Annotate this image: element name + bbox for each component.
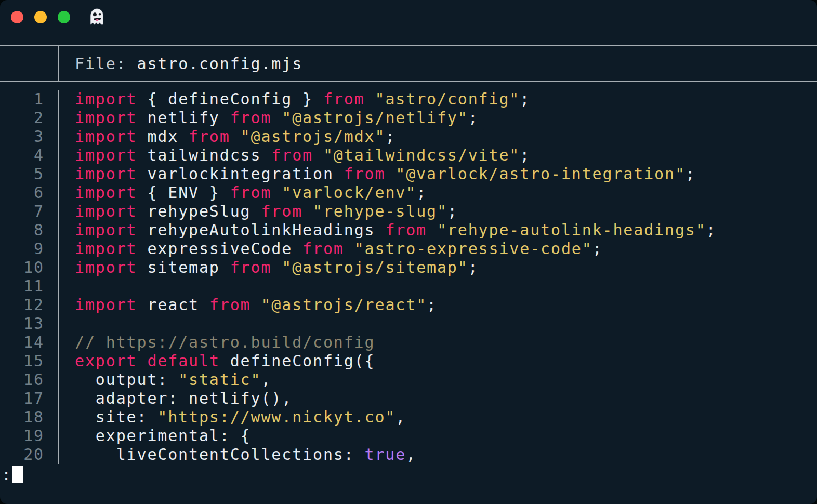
gutter-spacer [0, 46, 59, 81]
code-line-text: export default defineConfig({ [59, 352, 375, 370]
code-line-text: // https://astro.build/config [59, 333, 375, 352]
line-number: 18 [0, 408, 59, 427]
code-line-text: import tailwindcss from "@tailwindcss/vi… [59, 146, 530, 165]
code-line: 12import react from "@astrojs/react"; [0, 296, 817, 314]
code-line-text: output: "static", [59, 370, 271, 389]
code-line-text: import rehypeAutolinkHeadings from "rehy… [59, 221, 717, 240]
code-line-text: experimental: { [59, 427, 251, 445]
code-line-text: site: "https://www.nickyt.co", [59, 408, 406, 427]
code-area: 1import { defineConfig } from "astro/con… [0, 82, 817, 464]
line-number: 7 [0, 202, 59, 221]
line-number: 16 [0, 370, 59, 389]
line-number: 4 [0, 146, 59, 165]
code-line: 9import expressiveCode from "astro-expre… [0, 240, 817, 258]
line-number: 6 [0, 183, 59, 202]
code-line: 11 [0, 277, 817, 296]
line-number: 3 [0, 127, 59, 146]
titlebar [0, 0, 817, 45]
zoom-button[interactable] [58, 11, 70, 23]
code-line-text: import expressiveCode from "astro-expres… [59, 240, 603, 258]
code-line-text [59, 277, 75, 296]
code-line: 15export default defineConfig({ [0, 352, 817, 370]
terminal-window: File: astro.config.mjs 1import { defineC… [0, 0, 817, 504]
code-line-text [59, 314, 75, 333]
line-number: 20 [0, 445, 59, 464]
file-title: File: astro.config.mjs [59, 55, 302, 73]
code-line: 1import { defineConfig } from "astro/con… [0, 90, 817, 109]
code-line: 19 experimental: { [0, 427, 817, 445]
line-number: 15 [0, 352, 59, 370]
code-line: 18 site: "https://www.nickyt.co", [0, 408, 817, 427]
file-header: File: astro.config.mjs [0, 45, 817, 82]
code-line: 6import { ENV } from "varlock/env"; [0, 183, 817, 202]
file-label: File: [75, 55, 137, 73]
code-line: 20 liveContentCollections: true, [0, 445, 817, 464]
close-button[interactable] [11, 11, 23, 23]
line-number: 11 [0, 277, 59, 296]
code-line-text: import react from "@astrojs/react"; [59, 296, 437, 314]
code-line: 5import varlockintegration from "@varloc… [0, 165, 817, 183]
code-line: 14// https://astro.build/config [0, 333, 817, 352]
line-number: 14 [0, 333, 59, 352]
code-line: 17 adapter: netlify(), [0, 389, 817, 408]
line-number: 9 [0, 240, 59, 258]
line-number: 19 [0, 427, 59, 445]
code-line-text: adapter: netlify(), [59, 389, 292, 408]
line-number: 13 [0, 314, 59, 333]
line-number: 8 [0, 221, 59, 240]
code-line: 2import netlify from "@astrojs/netlify"; [0, 109, 817, 127]
code-line: 10import sitemap from "@astrojs/sitemap"… [0, 258, 817, 277]
code-line-text: liveContentCollections: true, [59, 445, 416, 464]
code-line: 16 output: "static", [0, 370, 817, 389]
line-number: 17 [0, 389, 59, 408]
line-number: 2 [0, 109, 59, 127]
ghost-icon [88, 8, 106, 26]
code-line-text: import { defineConfig } from "astro/conf… [59, 90, 530, 109]
line-number: 10 [0, 258, 59, 277]
code-line: 13 [0, 314, 817, 333]
code-line-text: import sitemap from "@astrojs/sitemap"; [59, 258, 479, 277]
code-line-text: import varlockintegration from "@varlock… [59, 165, 696, 183]
code-line-text: import { ENV } from "varlock/env"; [59, 183, 427, 202]
code-line: 3import mdx from "@astrojs/mdx"; [0, 127, 817, 146]
line-number: 12 [0, 296, 59, 314]
code-line-text: import mdx from "@astrojs/mdx"; [59, 127, 396, 146]
line-number: 5 [0, 165, 59, 183]
code-line: 4import tailwindcss from "@tailwindcss/v… [0, 146, 817, 165]
file-name: astro.config.mjs [137, 55, 302, 73]
terminal-cursor [12, 466, 23, 483]
code-line-text: import rehypeSlug from "rehype-slug"; [59, 202, 458, 221]
code-line: 7import rehypeSlug from "rehype-slug"; [0, 202, 817, 221]
minimize-button[interactable] [34, 11, 47, 23]
code-line-text: import netlify from "@astrojs/netlify"; [59, 109, 479, 127]
pager-prompt: : [2, 466, 12, 484]
line-number: 1 [0, 90, 59, 109]
pager-prompt-row[interactable]: : [0, 464, 817, 485]
code-line: 8import rehypeAutolinkHeadings from "reh… [0, 221, 817, 240]
